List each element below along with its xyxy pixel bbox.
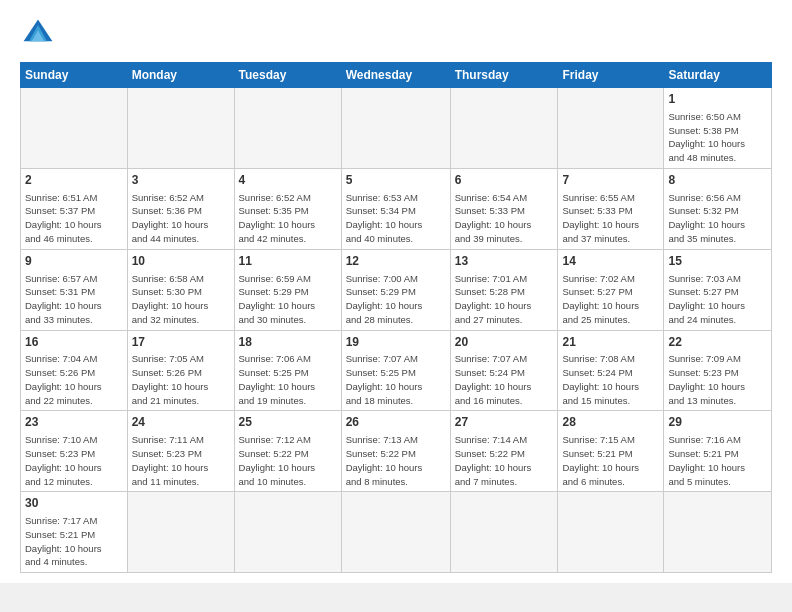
day-info: Sunrise: 7:13 AM Sunset: 5:22 PM Dayligh…	[346, 433, 446, 488]
calendar-cell: 21Sunrise: 7:08 AM Sunset: 5:24 PM Dayli…	[558, 330, 664, 411]
day-number: 26	[346, 414, 446, 431]
calendar-cell: 23Sunrise: 7:10 AM Sunset: 5:23 PM Dayli…	[21, 411, 128, 492]
calendar-cell: 25Sunrise: 7:12 AM Sunset: 5:22 PM Dayli…	[234, 411, 341, 492]
day-number: 3	[132, 172, 230, 189]
calendar-cell	[558, 88, 664, 169]
calendar-week-6: 30Sunrise: 7:17 AM Sunset: 5:21 PM Dayli…	[21, 492, 772, 573]
day-number: 6	[455, 172, 554, 189]
calendar-cell: 5Sunrise: 6:53 AM Sunset: 5:34 PM Daylig…	[341, 168, 450, 249]
day-number: 8	[668, 172, 767, 189]
calendar-cell: 14Sunrise: 7:02 AM Sunset: 5:27 PM Dayli…	[558, 249, 664, 330]
calendar-cell: 20Sunrise: 7:07 AM Sunset: 5:24 PM Dayli…	[450, 330, 558, 411]
day-info: Sunrise: 7:17 AM Sunset: 5:21 PM Dayligh…	[25, 514, 123, 569]
calendar-cell	[450, 492, 558, 573]
calendar-cell: 17Sunrise: 7:05 AM Sunset: 5:26 PM Dayli…	[127, 330, 234, 411]
calendar-cell: 24Sunrise: 7:11 AM Sunset: 5:23 PM Dayli…	[127, 411, 234, 492]
day-number: 2	[25, 172, 123, 189]
day-info: Sunrise: 6:52 AM Sunset: 5:36 PM Dayligh…	[132, 191, 230, 246]
calendar-cell	[127, 88, 234, 169]
day-info: Sunrise: 7:15 AM Sunset: 5:21 PM Dayligh…	[562, 433, 659, 488]
day-info: Sunrise: 7:04 AM Sunset: 5:26 PM Dayligh…	[25, 352, 123, 407]
calendar-cell	[234, 88, 341, 169]
weekday-header-friday: Friday	[558, 63, 664, 88]
day-info: Sunrise: 7:00 AM Sunset: 5:29 PM Dayligh…	[346, 272, 446, 327]
weekday-header-sunday: Sunday	[21, 63, 128, 88]
day-number: 9	[25, 253, 123, 270]
weekday-header-thursday: Thursday	[450, 63, 558, 88]
calendar-cell: 16Sunrise: 7:04 AM Sunset: 5:26 PM Dayli…	[21, 330, 128, 411]
logo	[20, 16, 60, 52]
day-number: 25	[239, 414, 337, 431]
calendar-cell: 6Sunrise: 6:54 AM Sunset: 5:33 PM Daylig…	[450, 168, 558, 249]
day-number: 30	[25, 495, 123, 512]
calendar-cell: 4Sunrise: 6:52 AM Sunset: 5:35 PM Daylig…	[234, 168, 341, 249]
calendar-cell: 8Sunrise: 6:56 AM Sunset: 5:32 PM Daylig…	[664, 168, 772, 249]
calendar-cell: 26Sunrise: 7:13 AM Sunset: 5:22 PM Dayli…	[341, 411, 450, 492]
day-info: Sunrise: 7:10 AM Sunset: 5:23 PM Dayligh…	[25, 433, 123, 488]
day-number: 24	[132, 414, 230, 431]
calendar-cell: 18Sunrise: 7:06 AM Sunset: 5:25 PM Dayli…	[234, 330, 341, 411]
header	[20, 16, 772, 52]
day-info: Sunrise: 7:03 AM Sunset: 5:27 PM Dayligh…	[668, 272, 767, 327]
calendar-week-1: 1Sunrise: 6:50 AM Sunset: 5:38 PM Daylig…	[21, 88, 772, 169]
day-info: Sunrise: 6:54 AM Sunset: 5:33 PM Dayligh…	[455, 191, 554, 246]
day-info: Sunrise: 6:51 AM Sunset: 5:37 PM Dayligh…	[25, 191, 123, 246]
day-number: 16	[25, 334, 123, 351]
calendar-cell	[558, 492, 664, 573]
day-info: Sunrise: 7:07 AM Sunset: 5:24 PM Dayligh…	[455, 352, 554, 407]
calendar-cell: 30Sunrise: 7:17 AM Sunset: 5:21 PM Dayli…	[21, 492, 128, 573]
day-number: 29	[668, 414, 767, 431]
logo-icon	[20, 16, 56, 52]
calendar-cell: 28Sunrise: 7:15 AM Sunset: 5:21 PM Dayli…	[558, 411, 664, 492]
day-info: Sunrise: 7:06 AM Sunset: 5:25 PM Dayligh…	[239, 352, 337, 407]
calendar-cell: 15Sunrise: 7:03 AM Sunset: 5:27 PM Dayli…	[664, 249, 772, 330]
day-info: Sunrise: 7:07 AM Sunset: 5:25 PM Dayligh…	[346, 352, 446, 407]
calendar-cell: 29Sunrise: 7:16 AM Sunset: 5:21 PM Dayli…	[664, 411, 772, 492]
calendar-cell	[127, 492, 234, 573]
calendar-cell: 13Sunrise: 7:01 AM Sunset: 5:28 PM Dayli…	[450, 249, 558, 330]
calendar-cell: 11Sunrise: 6:59 AM Sunset: 5:29 PM Dayli…	[234, 249, 341, 330]
weekday-header-wednesday: Wednesday	[341, 63, 450, 88]
calendar-cell	[341, 88, 450, 169]
day-info: Sunrise: 6:56 AM Sunset: 5:32 PM Dayligh…	[668, 191, 767, 246]
weekday-header-tuesday: Tuesday	[234, 63, 341, 88]
day-info: Sunrise: 7:16 AM Sunset: 5:21 PM Dayligh…	[668, 433, 767, 488]
calendar-cell: 7Sunrise: 6:55 AM Sunset: 5:33 PM Daylig…	[558, 168, 664, 249]
weekday-header-monday: Monday	[127, 63, 234, 88]
calendar-cell	[341, 492, 450, 573]
day-number: 4	[239, 172, 337, 189]
calendar-cell	[664, 492, 772, 573]
day-number: 7	[562, 172, 659, 189]
day-info: Sunrise: 6:55 AM Sunset: 5:33 PM Dayligh…	[562, 191, 659, 246]
calendar-cell: 27Sunrise: 7:14 AM Sunset: 5:22 PM Dayli…	[450, 411, 558, 492]
calendar-cell: 22Sunrise: 7:09 AM Sunset: 5:23 PM Dayli…	[664, 330, 772, 411]
weekday-header-row: SundayMondayTuesdayWednesdayThursdayFrid…	[21, 63, 772, 88]
day-info: Sunrise: 6:50 AM Sunset: 5:38 PM Dayligh…	[668, 110, 767, 165]
day-number: 14	[562, 253, 659, 270]
day-info: Sunrise: 7:12 AM Sunset: 5:22 PM Dayligh…	[239, 433, 337, 488]
day-number: 18	[239, 334, 337, 351]
day-info: Sunrise: 6:57 AM Sunset: 5:31 PM Dayligh…	[25, 272, 123, 327]
day-info: Sunrise: 7:14 AM Sunset: 5:22 PM Dayligh…	[455, 433, 554, 488]
day-info: Sunrise: 7:11 AM Sunset: 5:23 PM Dayligh…	[132, 433, 230, 488]
day-info: Sunrise: 6:53 AM Sunset: 5:34 PM Dayligh…	[346, 191, 446, 246]
day-number: 21	[562, 334, 659, 351]
calendar-cell: 19Sunrise: 7:07 AM Sunset: 5:25 PM Dayli…	[341, 330, 450, 411]
calendar-cell: 3Sunrise: 6:52 AM Sunset: 5:36 PM Daylig…	[127, 168, 234, 249]
calendar-cell	[234, 492, 341, 573]
day-number: 12	[346, 253, 446, 270]
calendar-week-5: 23Sunrise: 7:10 AM Sunset: 5:23 PM Dayli…	[21, 411, 772, 492]
day-number: 10	[132, 253, 230, 270]
day-info: Sunrise: 7:01 AM Sunset: 5:28 PM Dayligh…	[455, 272, 554, 327]
day-number: 17	[132, 334, 230, 351]
day-number: 5	[346, 172, 446, 189]
day-info: Sunrise: 6:52 AM Sunset: 5:35 PM Dayligh…	[239, 191, 337, 246]
calendar-cell: 2Sunrise: 6:51 AM Sunset: 5:37 PM Daylig…	[21, 168, 128, 249]
day-number: 22	[668, 334, 767, 351]
day-info: Sunrise: 6:58 AM Sunset: 5:30 PM Dayligh…	[132, 272, 230, 327]
day-number: 15	[668, 253, 767, 270]
day-number: 27	[455, 414, 554, 431]
day-info: Sunrise: 7:05 AM Sunset: 5:26 PM Dayligh…	[132, 352, 230, 407]
page: SundayMondayTuesdayWednesdayThursdayFrid…	[0, 0, 792, 583]
weekday-header-saturday: Saturday	[664, 63, 772, 88]
